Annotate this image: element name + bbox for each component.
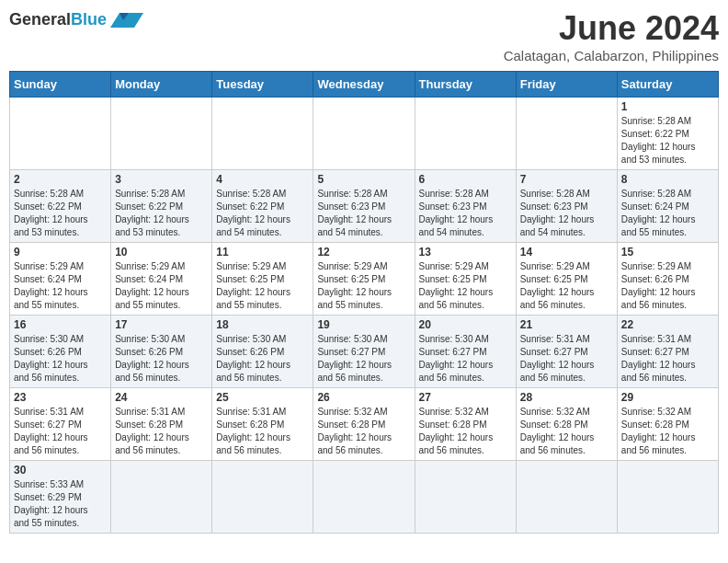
col-saturday: Saturday — [617, 72, 718, 98]
calendar-cell: 7Sunrise: 5:28 AM Sunset: 6:23 PM Daylig… — [516, 170, 617, 243]
calendar-cell — [212, 98, 313, 170]
day-number: 30 — [14, 464, 107, 477]
calendar-cell: 4Sunrise: 5:28 AM Sunset: 6:22 PM Daylig… — [212, 170, 313, 243]
calendar-cell — [212, 461, 313, 534]
day-info: Sunrise: 5:28 AM Sunset: 6:22 PM Dayligh… — [115, 188, 208, 239]
day-info: Sunrise: 5:31 AM Sunset: 6:27 PM Dayligh… — [520, 333, 613, 385]
calendar-cell — [516, 461, 617, 534]
calendar-cell: 8Sunrise: 5:28 AM Sunset: 6:24 PM Daylig… — [617, 170, 718, 243]
month-title: June 2024 — [504, 9, 719, 48]
calendar-header: Sunday Monday Tuesday Wednesday Thursday… — [10, 72, 719, 98]
day-number: 8 — [621, 173, 714, 186]
day-number: 21 — [520, 318, 613, 331]
day-number: 26 — [317, 391, 410, 404]
col-wednesday: Wednesday — [313, 72, 415, 98]
day-number: 9 — [14, 246, 107, 259]
logo-text: GeneralBlue — [9, 10, 107, 30]
logo-blue: Blue — [71, 10, 107, 29]
day-number: 12 — [317, 246, 410, 259]
calendar-cell — [617, 461, 718, 534]
calendar-cell: 27Sunrise: 5:32 AM Sunset: 6:28 PM Dayli… — [415, 388, 516, 461]
calendar-cell — [415, 461, 516, 534]
day-number: 5 — [317, 173, 410, 186]
day-number: 15 — [621, 246, 714, 259]
day-number: 23 — [14, 391, 107, 404]
day-number: 19 — [317, 318, 410, 331]
day-info: Sunrise: 5:32 AM Sunset: 6:28 PM Dayligh… — [621, 406, 714, 457]
day-info: Sunrise: 5:28 AM Sunset: 6:22 PM Dayligh… — [14, 188, 107, 239]
day-number: 13 — [419, 246, 512, 259]
calendar-cell: 14Sunrise: 5:29 AM Sunset: 6:25 PM Dayli… — [516, 243, 617, 316]
day-number: 1 — [621, 100, 714, 113]
calendar-week-0: 1Sunrise: 5:28 AM Sunset: 6:22 PM Daylig… — [10, 98, 719, 170]
calendar-cell — [111, 461, 212, 534]
calendar-cell: 19Sunrise: 5:30 AM Sunset: 6:27 PM Dayli… — [313, 316, 415, 388]
calendar-cell — [313, 98, 415, 170]
day-info: Sunrise: 5:29 AM Sunset: 6:25 PM Dayligh… — [419, 260, 512, 312]
day-info: Sunrise: 5:28 AM Sunset: 6:23 PM Dayligh… — [419, 188, 512, 239]
day-number: 3 — [115, 173, 208, 186]
day-number: 10 — [115, 246, 208, 259]
calendar-cell: 23Sunrise: 5:31 AM Sunset: 6:27 PM Dayli… — [10, 388, 111, 461]
calendar-cell: 18Sunrise: 5:30 AM Sunset: 6:26 PM Dayli… — [212, 316, 313, 388]
day-info: Sunrise: 5:30 AM Sunset: 6:27 PM Dayligh… — [419, 333, 512, 385]
day-info: Sunrise: 5:28 AM Sunset: 6:22 PM Dayligh… — [216, 188, 309, 239]
calendar-week-2: 9Sunrise: 5:29 AM Sunset: 6:24 PM Daylig… — [10, 243, 719, 316]
page-container: GeneralBlue June 2024 Calatagan, Calabar… — [9, 9, 719, 534]
calendar-cell: 28Sunrise: 5:32 AM Sunset: 6:28 PM Dayli… — [516, 388, 617, 461]
calendar-cell: 30Sunrise: 5:33 AM Sunset: 6:29 PM Dayli… — [10, 461, 111, 534]
header: GeneralBlue June 2024 Calatagan, Calabar… — [9, 9, 719, 63]
col-tuesday: Tuesday — [212, 72, 313, 98]
calendar-cell: 16Sunrise: 5:30 AM Sunset: 6:26 PM Dayli… — [10, 316, 111, 388]
day-info: Sunrise: 5:28 AM Sunset: 6:23 PM Dayligh… — [520, 188, 613, 239]
day-number: 6 — [419, 173, 512, 186]
calendar-cell: 26Sunrise: 5:32 AM Sunset: 6:28 PM Dayli… — [313, 388, 415, 461]
col-friday: Friday — [516, 72, 617, 98]
day-number: 20 — [419, 318, 512, 331]
day-info: Sunrise: 5:32 AM Sunset: 6:28 PM Dayligh… — [317, 406, 410, 457]
day-number: 14 — [520, 246, 613, 259]
day-number: 4 — [216, 173, 309, 186]
day-info: Sunrise: 5:31 AM Sunset: 6:27 PM Dayligh… — [14, 406, 107, 457]
title-area: June 2024 Calatagan, Calabarzon, Philipp… — [504, 9, 719, 63]
logo-area: GeneralBlue — [9, 9, 143, 31]
day-info: Sunrise: 5:30 AM Sunset: 6:26 PM Dayligh… — [115, 333, 208, 385]
day-number: 7 — [520, 173, 613, 186]
day-info: Sunrise: 5:28 AM Sunset: 6:22 PM Dayligh… — [621, 115, 714, 167]
day-number: 28 — [520, 391, 613, 404]
calendar-cell: 13Sunrise: 5:29 AM Sunset: 6:25 PM Dayli… — [415, 243, 516, 316]
day-number: 27 — [419, 391, 512, 404]
day-info: Sunrise: 5:33 AM Sunset: 6:29 PM Dayligh… — [14, 478, 107, 530]
calendar-cell: 5Sunrise: 5:28 AM Sunset: 6:23 PM Daylig… — [313, 170, 415, 243]
day-info: Sunrise: 5:30 AM Sunset: 6:27 PM Dayligh… — [317, 333, 410, 385]
day-number: 29 — [621, 391, 714, 404]
calendar-table: Sunday Monday Tuesday Wednesday Thursday… — [9, 71, 719, 534]
day-info: Sunrise: 5:30 AM Sunset: 6:26 PM Dayligh… — [216, 333, 309, 385]
calendar-cell: 9Sunrise: 5:29 AM Sunset: 6:24 PM Daylig… — [10, 243, 111, 316]
day-info: Sunrise: 5:31 AM Sunset: 6:28 PM Dayligh… — [216, 406, 309, 457]
logo-row: GeneralBlue — [9, 9, 143, 31]
logo-general: General — [9, 10, 71, 29]
day-number: 2 — [14, 173, 107, 186]
header-row: Sunday Monday Tuesday Wednesday Thursday… — [10, 72, 719, 98]
calendar-week-1: 2Sunrise: 5:28 AM Sunset: 6:22 PM Daylig… — [10, 170, 719, 243]
calendar-cell: 12Sunrise: 5:29 AM Sunset: 6:25 PM Dayli… — [313, 243, 415, 316]
day-number: 11 — [216, 246, 309, 259]
day-info: Sunrise: 5:29 AM Sunset: 6:24 PM Dayligh… — [115, 260, 208, 312]
calendar-cell — [10, 98, 111, 170]
day-number: 25 — [216, 391, 309, 404]
day-info: Sunrise: 5:29 AM Sunset: 6:24 PM Dayligh… — [14, 260, 107, 312]
calendar-cell: 29Sunrise: 5:32 AM Sunset: 6:28 PM Dayli… — [617, 388, 718, 461]
day-number: 22 — [621, 318, 714, 331]
col-thursday: Thursday — [415, 72, 516, 98]
col-monday: Monday — [111, 72, 212, 98]
calendar-body: 1Sunrise: 5:28 AM Sunset: 6:22 PM Daylig… — [10, 98, 719, 534]
day-number: 18 — [216, 318, 309, 331]
logo-icon — [110, 9, 143, 31]
day-number: 16 — [14, 318, 107, 331]
calendar-cell: 20Sunrise: 5:30 AM Sunset: 6:27 PM Dayli… — [415, 316, 516, 388]
calendar-cell: 25Sunrise: 5:31 AM Sunset: 6:28 PM Dayli… — [212, 388, 313, 461]
calendar-cell: 21Sunrise: 5:31 AM Sunset: 6:27 PM Dayli… — [516, 316, 617, 388]
calendar-cell: 24Sunrise: 5:31 AM Sunset: 6:28 PM Dayli… — [111, 388, 212, 461]
calendar-cell: 22Sunrise: 5:31 AM Sunset: 6:27 PM Dayli… — [617, 316, 718, 388]
